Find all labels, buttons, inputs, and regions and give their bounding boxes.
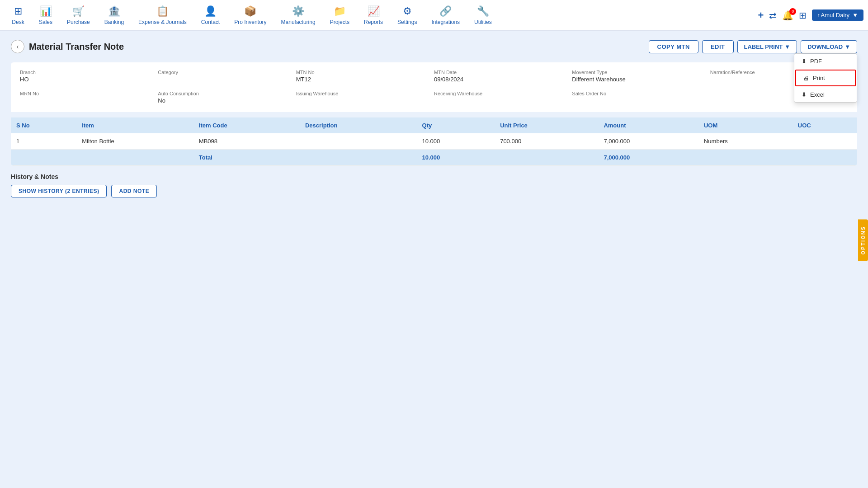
mtn-date-field: MTN Date 09/08/2024 xyxy=(434,70,572,83)
download-excel-icon: ⬇ xyxy=(802,91,807,98)
nav-item-projects[interactable]: 📁Projects xyxy=(323,2,357,29)
col-header-amount: Amount xyxy=(598,117,698,133)
nav-item-banking[interactable]: 🏦Banking xyxy=(97,2,131,29)
user-label: r Amul Dairy xyxy=(817,12,849,19)
history-section: History & Notes SHOW HISTORY (2 ENTRIES)… xyxy=(11,173,857,197)
nav-icon-purchase: 🛒 xyxy=(72,5,85,17)
dropdown-item-print[interactable]: 🖨 Print xyxy=(795,70,856,86)
col-header-uom: UOM xyxy=(698,117,793,133)
download-button[interactable]: DOWNLOAD ▼ xyxy=(801,40,857,53)
mtn-no-field: MTN No MT12 xyxy=(296,70,434,83)
table-header-row: S NoItemItem CodeDescriptionQtyUnit Pric… xyxy=(11,117,857,133)
download-pdf-icon: ⬇ xyxy=(802,58,807,65)
nav-right: + ⇄ 🔔 0 ⊞ r Amul Dairy ▼ xyxy=(758,9,863,21)
chevron-down-icon: ▼ xyxy=(852,12,858,19)
nav-icon-projects: 📁 xyxy=(334,5,346,17)
branch-field: Branch HO xyxy=(20,70,158,83)
col-header-description: Description xyxy=(300,117,417,133)
col-header-item: Item xyxy=(76,117,193,133)
chevron-down-icon: ▼ xyxy=(844,43,850,50)
nav-icon-integrations: 🔗 xyxy=(439,5,452,17)
print-icon: 🖨 xyxy=(803,75,809,81)
user-menu[interactable]: r Amul Dairy ▼ xyxy=(812,9,863,21)
col-header-s-no: S No xyxy=(11,117,76,133)
auto-consumption-field: Auto Consumption No xyxy=(158,91,296,104)
nav-item-integrations[interactable]: 🔗Integrations xyxy=(424,2,467,29)
issuing-warehouse-field: Issuing Warehouse xyxy=(296,91,434,104)
download-dropdown-wrapper: DOWNLOAD ▼ ⬇ PDF 🖨 Print ⬇ Excel xyxy=(801,40,857,53)
dropdown-item-excel[interactable]: ⬇ Excel xyxy=(794,87,857,102)
receiving-warehouse-field: Receiving Warehouse xyxy=(434,91,572,104)
detail-grid: Branch HO Category MTN No MT12 MTN Date … xyxy=(11,62,857,112)
nav-icon-banking: 🏦 xyxy=(108,5,120,17)
page-title-area: ‹ Material Transfer Note xyxy=(11,40,124,53)
navbar: ⊞Desk📊Sales🛒Purchase🏦Banking📋Expense & J… xyxy=(0,0,868,31)
table-body: 1Milton BottleMB09810.000700.0007,000.00… xyxy=(11,133,857,166)
nav-icon-utilities: 🔧 xyxy=(477,5,489,17)
sales-order-no-field: Sales Order No xyxy=(572,91,710,104)
page-header: ‹ Material Transfer Note COPY MTN EDIT L… xyxy=(11,40,857,53)
nav-item-settings[interactable]: ⚙Settings xyxy=(390,2,424,29)
nav-icon-sales: 📊 xyxy=(40,5,52,17)
edit-button[interactable]: EDIT xyxy=(702,40,734,53)
nav-item-expense-journals[interactable]: 📋Expense & Journals xyxy=(131,2,194,29)
nav-items: ⊞Desk📊Sales🛒Purchase🏦Banking📋Expense & J… xyxy=(5,2,758,29)
mrn-no-field: MRN No xyxy=(20,91,158,104)
back-button[interactable]: ‹ xyxy=(11,40,24,53)
col-header-qty: Qty xyxy=(417,117,495,133)
nav-item-reports[interactable]: 📈Reports xyxy=(357,2,390,29)
grid-icon[interactable]: ⊞ xyxy=(799,10,807,21)
add-note-button[interactable]: ADD NOTE xyxy=(111,185,157,197)
col-header-uoc: UOC xyxy=(793,117,857,133)
col-header-unit-price: Unit Price xyxy=(495,117,598,133)
show-history-button[interactable]: SHOW HISTORY (2 ENTRIES) xyxy=(11,185,107,197)
nav-icon-contact: 👤 xyxy=(204,5,217,17)
header-buttons: COPY MTN EDIT LABEL PRINT ▼ DOWNLOAD ▼ ⬇… xyxy=(649,40,857,53)
category-field: Category xyxy=(158,70,296,83)
movement-type-field: Movement Type Different Warehouse xyxy=(572,70,710,83)
nav-item-utilities[interactable]: 🔧Utilities xyxy=(467,2,499,29)
main-content: ‹ Material Transfer Note COPY MTN EDIT L… xyxy=(0,31,868,206)
add-icon[interactable]: + xyxy=(758,9,764,21)
transfer-icon[interactable]: ⇄ xyxy=(769,10,777,21)
history-buttons: SHOW HISTORY (2 ENTRIES) ADD NOTE xyxy=(11,185,857,197)
nav-icon-manufacturing: ⚙️ xyxy=(292,5,304,17)
history-title: History & Notes xyxy=(11,173,857,180)
label-print-button[interactable]: LABEL PRINT ▼ xyxy=(737,40,797,53)
page-title: Material Transfer Note xyxy=(29,42,124,52)
download-dropdown-menu: ⬇ PDF 🖨 Print ⬇ Excel xyxy=(794,53,857,103)
notification-icon[interactable]: 🔔 0 xyxy=(782,10,793,21)
nav-icon-settings: ⚙ xyxy=(403,5,412,17)
items-table-container: S NoItemItem CodeDescriptionQtyUnit Pric… xyxy=(11,117,857,166)
nav-icon-reports: 📈 xyxy=(368,5,380,17)
nav-item-desk[interactable]: ⊞Desk xyxy=(5,2,32,29)
notification-badge: 0 xyxy=(789,8,796,15)
table-total-row: Total10.0007,000.000 xyxy=(11,150,857,166)
items-table: S NoItemItem CodeDescriptionQtyUnit Pric… xyxy=(11,117,857,166)
table-row: 1Milton BottleMB09810.000700.0007,000.00… xyxy=(11,133,857,150)
nav-item-contact[interactable]: 👤Contact xyxy=(194,2,227,29)
nav-item-pro-inventory[interactable]: 📦Pro Inventory xyxy=(227,2,274,29)
nav-icon-desk: ⊞ xyxy=(14,5,22,17)
nav-item-purchase[interactable]: 🛒Purchase xyxy=(60,2,97,29)
dropdown-item-pdf[interactable]: ⬇ PDF xyxy=(794,54,857,69)
nav-icon-expense-journals: 📋 xyxy=(156,5,169,17)
col-header-item-code: Item Code xyxy=(193,117,300,133)
copy-mtn-button[interactable]: COPY MTN xyxy=(649,40,698,53)
nav-item-sales[interactable]: 📊Sales xyxy=(32,2,60,29)
chevron-down-icon: ▼ xyxy=(784,43,790,50)
nav-icon-pro-inventory: 📦 xyxy=(244,5,256,17)
nav-item-manufacturing[interactable]: ⚙️Manufacturing xyxy=(274,2,323,29)
